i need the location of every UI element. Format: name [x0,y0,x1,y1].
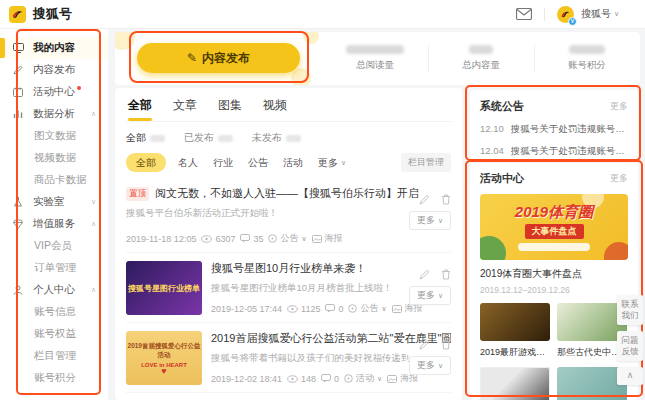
delete-icon[interactable] [441,339,451,350]
contact-us-button[interactable]: 联系我们 [617,295,643,325]
delete-icon[interactable] [441,269,451,280]
item-thumbnail[interactable]: 搜狐号星图行业榜单 [126,261,202,315]
fox-swoosh-icon [11,8,24,21]
sidebar-item-my-content[interactable]: 我的内容 [0,37,108,59]
user-name[interactable]: 搜狐号 [581,7,611,21]
category-label: 公告 [280,232,298,245]
pill-more[interactable]: 更多 ∨ [318,156,346,170]
item-title[interactable]: 阅文无数，不如邀人入驻——【搜狐号伯乐行动】开启 [155,186,419,201]
category-selector[interactable]: 公告∨ [348,302,386,315]
tab-video[interactable]: 视频 [261,95,289,121]
thumbnail-text: 搜狐号星图行业榜单 [128,283,200,294]
publish-stats-card: ✎ 内容发布 总阅读量 总内容量 账号积分 [115,32,640,85]
sidebar-item-article-data[interactable]: 图文数据 [0,125,108,147]
tab-all[interactable]: 全部 [126,95,154,121]
item-more-button[interactable]: 更多 ∨ [409,286,451,305]
tab-article[interactable]: 文章 [171,95,199,121]
sidebar-item-personal-center[interactable]: 个人中心 ∧ [0,279,108,301]
back-to-top-button[interactable]: ∧ [617,367,643,385]
pill-activity[interactable]: 活动 [283,156,303,170]
chevron-up-icon[interactable]: ∧ [91,110,96,118]
delete-icon[interactable] [441,194,451,205]
sidebar-item-label: 内容发布 [33,63,75,77]
item-more-button[interactable]: 更多 ∨ [409,356,451,375]
activity-card-image[interactable] [480,303,550,341]
edit-icon[interactable] [419,339,430,350]
sidebar-item-video-data[interactable]: 视频数据 [0,147,108,169]
sidebar-item-data-analysis[interactable]: 数据分析 ∧ [0,103,108,125]
column-manage-button[interactable]: 栏目管理 [401,153,451,172]
view-count: 1125 [301,304,320,314]
image-icon [387,375,397,383]
mail-icon[interactable] [516,8,532,20]
pill-announcement[interactable]: 公告 [248,156,268,170]
sidebar-item-account-points[interactable]: 账号积分 [0,367,108,389]
sidebar-item-value-added-services[interactable]: 增值服务 ∧ [0,213,108,235]
activity-card-title[interactable]: 2019最肝游戏… [480,346,550,359]
pill-celebrity[interactable]: 名人 [178,156,198,170]
poster-action[interactable]: 海报 [312,232,343,245]
chevron-down-icon[interactable]: ∨ [91,198,96,206]
avatar[interactable]: V [557,6,574,23]
item-thumbnail[interactable]: 2019首届搜狐爱心行公益活动 LOVE in HEART ♥ [126,331,202,385]
list-item: 置顶 阅文无数，不如邀人入驻——【搜狐号伯乐行动】开启 搜狐号平台伯乐新活动正式… [126,178,451,252]
sidebar-item-account-info[interactable]: 账号信息 [0,301,108,323]
sidebar-item-label: 实验室 [33,195,65,209]
tab-gallery[interactable]: 图集 [216,95,244,121]
sidebar-item-activity-center[interactable]: 活动中心 [0,81,108,103]
banner-tagline-pill [518,243,590,251]
decor-circle [303,32,319,44]
chevron-down-icon: ∨ [301,235,306,243]
comment-count: 35 [253,234,263,244]
content-icon [13,43,25,53]
edit-icon[interactable] [419,194,430,205]
filter-published[interactable]: 已发布 [184,131,233,145]
item-title[interactable]: 搜狐号星图10月行业榜单来袭！ [211,261,451,276]
featured-activity-banner[interactable]: 2019体育圈 大事件盘点 [480,194,628,260]
chevron-down-icon: ∨ [341,159,346,167]
sidebar-item-lab[interactable]: 实验室 ∨ [0,191,108,213]
sidebar-item-vip-member[interactable]: VIP会员 [0,235,108,257]
announcements-more-link[interactable]: 更多 [610,100,628,113]
activity-card[interactable] [480,367,550,400]
activity-card-image[interactable] [480,367,550,400]
activity-card[interactable]: 2019最肝游戏… [480,303,550,359]
item-more-button[interactable]: 更多 ∨ [409,211,451,230]
pill-all[interactable]: 全部 [126,153,166,172]
featured-activity-title[interactable]: 2019体育圈大事件盘点 [480,267,628,281]
chevron-down-icon: ∨ [377,375,382,383]
filter-all[interactable]: 全部 [126,131,165,145]
pill-industry[interactable]: 行业 [213,156,233,170]
item-summary: 搜狐号将带着书籍以及孩子们的美好祝福传递到贫困山区的孩子家里，不仅给予… [211,352,409,365]
banner-decor-green [480,236,506,260]
sidebar-item-label: 视频数据 [34,151,76,165]
filter-label: 全部 [126,131,146,145]
announcement-row[interactable]: 12.04 搜狐号关于处罚违规账号的… [480,145,628,158]
chevron-down-icon: ∨ [381,305,386,313]
activity-more-link[interactable]: 更多 [610,172,628,185]
sidebar-item-account-rights[interactable]: 账号权益 [0,323,108,345]
announcement-row[interactable]: 12.10 搜狐号关于处罚违规账号的… [480,123,628,136]
item-date: 2019-12-02 18:41 [211,374,282,384]
top-header: 搜狐号 V 搜狐号 ∨ [0,0,645,28]
chevron-down-icon: ∨ [438,217,443,225]
count-masked [150,135,165,142]
content-list-card: 全部 文章 图集 视频 全部 已发布 未发布 全部 名人 行业 公告 活动 更多… [115,88,462,400]
category-selector[interactable]: 公告∨ [268,232,306,245]
chevron-up-icon[interactable]: ∧ [91,220,96,228]
sidebar-item-publish[interactable]: 内容发布 [0,59,108,81]
content-publish-button[interactable]: ✎ 内容发布 [137,43,300,73]
filter-unpublished[interactable]: 未发布 [252,131,301,145]
sidebar-item-column-management[interactable]: 栏目管理 [0,345,108,367]
activity-title: 活动中心 [480,171,524,186]
chevron-up-icon[interactable]: ∧ [91,286,96,294]
tag-icon [348,304,357,313]
item-actions [419,269,451,280]
feedback-button[interactable]: 问题反馈 [617,331,643,361]
sidebar-item-product-card-data[interactable]: 商品卡数据 [0,169,108,191]
chevron-down-icon[interactable]: ∨ [614,10,619,18]
item-title[interactable]: 2019首届搜狐爱心行公益活动第二站"爱在鹿里"圆满举办 [211,331,451,346]
sidebar-item-order-management[interactable]: 订单管理 [0,257,108,279]
category-selector[interactable]: 活动∨ [344,372,382,385]
edit-icon[interactable] [419,269,430,280]
